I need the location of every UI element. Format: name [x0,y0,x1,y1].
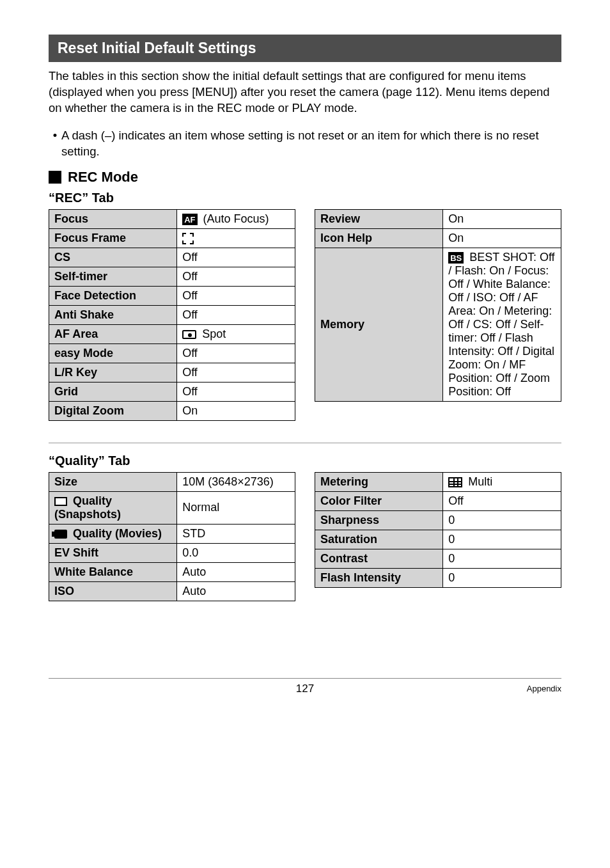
setting-value [177,228,295,248]
setting-name: Icon Help [315,228,443,248]
setting-name: Sharpness [315,510,443,530]
page-number: 127 [49,683,561,695]
table-row: Metering Multi [315,472,561,491]
table-row: Focus Frame [49,228,295,248]
setting-name: Quality (Snapshots) [49,491,177,524]
setting-name: Quality (Movies) [49,524,177,543]
quality-tab-title: “Quality” Tab [49,454,561,468]
setting-name: Color Filter [315,491,443,510]
table-row: White BalanceAuto [49,562,295,581]
setting-value: Normal [177,491,295,524]
table-row: Saturation0 [315,530,561,549]
bullet-dot: • [49,128,61,160]
focus-frame-icon [182,233,194,244]
table-row: GridOff [49,382,295,401]
table-row: AF Area Spot [49,324,295,343]
spot-icon [182,330,196,339]
setting-value: Off [177,248,295,267]
table-row: Quality (Movies)STD [49,524,295,543]
bullet-text: A dash (–) indicates an item whose setti… [61,128,561,160]
table-row: CSOff [49,248,295,267]
table-row: EV Shift0.0 [49,543,295,562]
table-row: Sharpness0 [315,510,561,530]
setting-name: EV Shift [49,543,177,562]
setting-value: Off [177,363,295,382]
setting-value: Off [177,267,295,286]
bullet-note: • A dash (–) indicates an item whose set… [49,128,561,160]
table-row: Contrast0 [315,549,561,568]
table-row: easy ModeOff [49,343,295,363]
setting-name: Anti Shake [49,305,177,324]
setting-value: 10M (3648×2736) [177,472,295,491]
snapshot-icon [54,497,67,506]
setting-name: CS [49,248,177,267]
setting-name: Contrast [315,549,443,568]
setting-value: 0 [443,568,561,587]
rec-tab-title: “REC” Tab [49,191,561,205]
setting-value: Multi [443,472,561,491]
setting-value: On [443,209,561,228]
setting-value: On [177,401,295,420]
setting-value: Off [443,491,561,510]
rec-mode-heading: REC Mode [49,169,561,185]
table-row: Face DetectionOff [49,286,295,305]
table-row: ISOAuto [49,581,295,601]
table-row: Self-timerOff [49,267,295,286]
table-row: MemoryBS BEST SHOT: Off / Flash: On / Fo… [315,248,561,401]
setting-name: Memory [315,248,443,401]
setting-value: Auto [177,581,295,601]
setting-value: Off [177,286,295,305]
setting-value: 0 [443,549,561,568]
table-row: Flash Intensity0 [315,568,561,587]
table-row: Color FilterOff [315,491,561,510]
setting-name: Grid [49,382,177,401]
table-row: Icon HelpOn [315,228,561,248]
setting-name: Saturation [315,530,443,549]
table-row: ReviewOn [315,209,561,228]
quality-table-right: Metering MultiColor FilterOffSharpness0S… [315,472,561,588]
setting-name: ISO [49,581,177,601]
table-row: Anti ShakeOff [49,305,295,324]
table-row: FocusAF (Auto Focus) [49,209,295,228]
setting-value: Auto [177,562,295,581]
setting-name: Flash Intensity [315,568,443,587]
square-bullet-icon [49,171,61,184]
setting-value: STD [177,524,295,543]
setting-name: Review [315,209,443,228]
setting-value: Spot [177,324,295,343]
bs-icon: BS [448,252,464,264]
table-row: Size10M (3648×2736) [49,472,295,491]
setting-name: Face Detection [49,286,177,305]
setting-name: Metering [315,472,443,491]
setting-value: 0 [443,530,561,549]
rec-mode-heading-text: REC Mode [68,169,138,185]
movie-icon [54,530,67,539]
setting-value: AF (Auto Focus) [177,209,295,228]
setting-name: Digital Zoom [49,401,177,420]
intro-text: The tables in this section show the init… [49,68,561,116]
setting-value: BS BEST SHOT: Off / Flash: On / Focus: O… [443,248,561,401]
section-banner: Reset Initial Default Settings [49,35,561,62]
table-row: Digital ZoomOn [49,401,295,420]
rec-table-right: ReviewOnIcon HelpOnMemoryBS BEST SHOT: O… [315,209,561,402]
setting-value: 0 [443,510,561,530]
setting-value: Off [177,343,295,363]
table-row: Quality (Snapshots)Normal [49,491,295,524]
setting-name: Size [49,472,177,491]
setting-value: Off [177,305,295,324]
af-icon: AF [182,214,197,225]
setting-name: easy Mode [49,343,177,363]
table-row: L/R KeyOff [49,363,295,382]
setting-name: L/R Key [49,363,177,382]
setting-name: Focus Frame [49,228,177,248]
footer-section: Appendix [527,684,561,693]
setting-name: Self-timer [49,267,177,286]
multi-metering-icon [448,477,462,487]
setting-value: On [443,228,561,248]
setting-value: 0.0 [177,543,295,562]
setting-name: White Balance [49,562,177,581]
setting-name: Focus [49,209,177,228]
quality-table-left: Size10M (3648×2736) Quality (Snapshots)N… [49,472,295,601]
setting-value: Off [177,382,295,401]
rec-table-left: FocusAF (Auto Focus)Focus FrameCSOffSelf… [49,209,295,421]
